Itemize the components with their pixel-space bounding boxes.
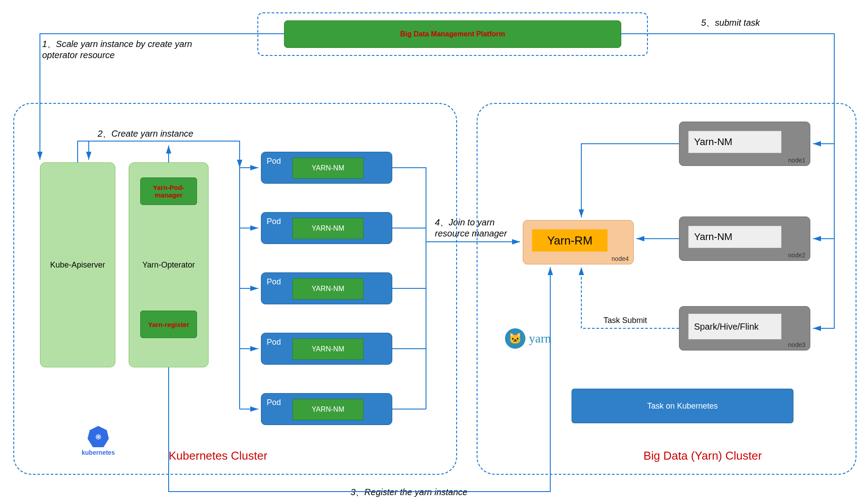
pod-2-label: Pod	[267, 217, 281, 226]
step-1-label: 1、Scale yarn instance by create yarn opt…	[42, 38, 202, 60]
pod-2: Pod YARN-NM	[261, 212, 392, 244]
pod-1-label: Pod	[267, 157, 281, 166]
kubernetes-logo: ⎈ kubernetes	[82, 426, 115, 456]
spark-node: node3	[788, 341, 805, 348]
yarn-operator-label: Yarn-Opterator	[142, 260, 195, 270]
yarn-nm2-inner: Yarn-NM	[688, 226, 781, 248]
k8s-cluster-title: Kubernetes Cluster	[169, 449, 268, 463]
yarn-logo: 🐱 yarn	[505, 328, 551, 349]
pod-1-inner: YARN-NM	[292, 158, 363, 179]
yarn-nm2-box: Yarn-NM node2	[679, 217, 810, 261]
yarn-nm1-node: node1	[788, 157, 805, 164]
pod-2-inner: YARN-NM	[292, 218, 363, 239]
spark-inner: Spark/Hive/Flink	[688, 314, 781, 339]
pod-5-inner: YARN-NM	[292, 399, 363, 420]
yarn-cluster-title: Big Data (Yarn) Cluster	[643, 449, 762, 463]
pod-4-label: Pod	[267, 338, 281, 347]
spark-box: Spark/Hive/Flink node3	[679, 306, 810, 350]
yarn-icon: 🐱	[505, 328, 525, 349]
pod-3-label: Pod	[267, 277, 281, 287]
kubernetes-logo-text: kubernetes	[82, 449, 115, 456]
yarn-nm2-node: node2	[788, 252, 805, 259]
yarn-pod-manager-box: Yarn-Pod-manager	[140, 177, 197, 205]
yarn-register-label: Yarn-register	[148, 321, 189, 328]
pod-4-inner: YARN-NM	[292, 339, 363, 360]
step-3-label: 3、Register the yarn instance	[351, 486, 467, 498]
kube-apiserver-box: Kube-Apiserver	[40, 162, 115, 367]
yarn-nm1-box: Yarn-NM node1	[679, 122, 810, 166]
kubernetes-icon: ⎈	[87, 426, 109, 447]
pod-1: Pod YARN-NM	[261, 152, 392, 184]
yarn-rm-box: Yarn-RM node4	[523, 220, 634, 264]
step-5-label: 5、submit task	[701, 17, 760, 29]
platform-box: Big Data Management Platform	[284, 20, 621, 48]
pod-4: Pod YARN-NM	[261, 333, 392, 365]
pod-5: Pod YARN-NM	[261, 393, 392, 425]
kube-apiserver-label: Kube-Apiserver	[50, 260, 105, 270]
yarn-nm1-inner: Yarn-NM	[688, 131, 781, 153]
task-submit-label: Task Submit	[604, 316, 647, 325]
yarn-register-box: Yarn-register	[140, 311, 197, 338]
yarn-logo-text: yarn	[529, 331, 551, 346]
pod-5-label: Pod	[267, 398, 281, 407]
yarn-rm-node: node4	[612, 255, 629, 262]
yarn-rm-inner: Yarn-RM	[532, 229, 608, 252]
task-on-k8s-label: Task on Kubernetes	[647, 402, 718, 411]
task-on-k8s-box: Task on Kubernetes	[572, 389, 793, 423]
pod-3-inner: YARN-NM	[292, 278, 363, 299]
pod-3: Pod YARN-NM	[261, 272, 392, 304]
yarn-pod-manager-label: Yarn-Pod-manager	[142, 184, 195, 199]
platform-label: Big Data Management Platform	[400, 30, 505, 38]
